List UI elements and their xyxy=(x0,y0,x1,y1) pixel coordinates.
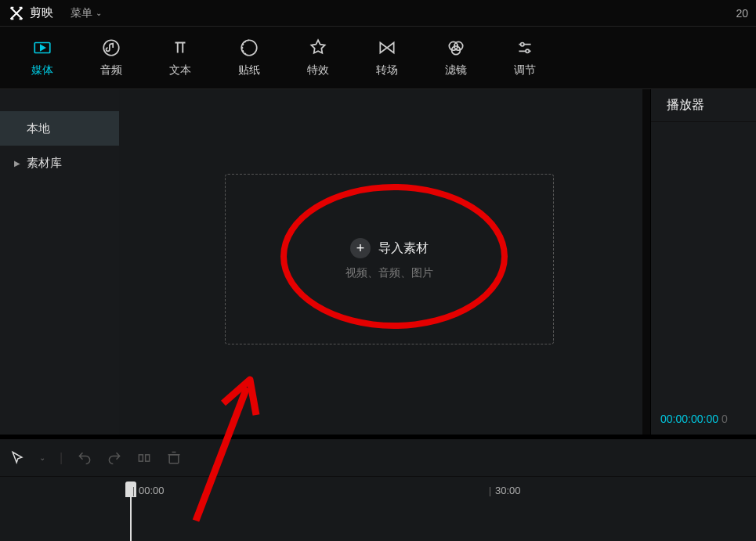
filter-icon xyxy=(446,38,466,57)
tab-label: 滤镜 xyxy=(445,63,467,78)
content-area: + 导入素材 视频、音频、图片 xyxy=(119,89,642,435)
media-icon xyxy=(32,38,52,57)
transition-icon xyxy=(377,38,397,57)
toolbar-tabs: 媒体 音频 文本 贴纸 特效 xyxy=(8,31,559,85)
title-right-text: 20 xyxy=(736,7,748,20)
svg-rect-9 xyxy=(146,454,150,460)
import-dropzone[interactable]: + 导入素材 视频、音频、图片 xyxy=(225,174,554,344)
app-title: 剪映 xyxy=(30,5,53,20)
separator: | xyxy=(60,451,63,465)
tab-transition[interactable]: 转场 xyxy=(353,31,421,85)
timecode-current: 00:00:00:00 xyxy=(660,413,718,425)
sidebar-item-label: 素材库 xyxy=(27,156,62,171)
svg-point-7 xyxy=(526,49,529,52)
sidebar-item-local[interactable]: 本地 xyxy=(0,111,119,146)
player-title: 播放器 xyxy=(651,89,756,122)
sidebar-item-library[interactable]: ▶ 素材库 xyxy=(0,146,119,180)
plus-icon: + xyxy=(350,238,371,258)
split-button[interactable] xyxy=(136,450,152,466)
delete-button[interactable] xyxy=(166,450,182,466)
svg-point-2 xyxy=(241,40,257,56)
tab-label: 特效 xyxy=(307,63,329,78)
undo-button[interactable] xyxy=(77,450,92,466)
sidebar-item-label: 本地 xyxy=(27,121,50,136)
player-timecode: 00:00:00:00 0 xyxy=(651,403,756,435)
tab-adjust[interactable]: 调节 xyxy=(490,31,559,85)
cursor-mode-dropdown[interactable]: ⌄ xyxy=(39,453,45,462)
menu-button[interactable]: 菜单 ⌄ xyxy=(71,6,102,20)
tab-media[interactable]: 媒体 xyxy=(8,31,77,85)
adjust-icon xyxy=(515,38,535,57)
player-panel: 播放器 00:00:00:00 0 xyxy=(650,89,756,435)
dropzone-title: 导入素材 xyxy=(378,240,429,257)
tab-filter[interactable]: 滤镜 xyxy=(421,31,490,85)
tab-audio[interactable]: 音频 xyxy=(77,31,146,85)
effect-icon xyxy=(308,38,328,57)
audio-icon xyxy=(101,38,121,57)
chevron-down-icon: ⌄ xyxy=(96,9,102,17)
ruler-tick: 30:00 xyxy=(490,485,521,496)
tab-sticker[interactable]: 贴纸 xyxy=(215,31,284,85)
timeline-ruler[interactable]: 00:00 30:00 xyxy=(125,485,756,513)
redo-button[interactable] xyxy=(107,450,122,466)
timeline: ⌄ | 00:00 30:00 xyxy=(0,435,756,541)
svg-point-1 xyxy=(103,40,119,56)
tab-label: 媒体 xyxy=(31,63,53,78)
dropzone-subtitle: 视频、音频、图片 xyxy=(345,266,433,280)
menu-label: 菜单 xyxy=(71,6,92,20)
cursor-tool[interactable] xyxy=(9,450,25,466)
tab-label: 转场 xyxy=(376,63,398,78)
tab-effect[interactable]: 特效 xyxy=(284,31,353,85)
tab-label: 音频 xyxy=(100,63,122,78)
svg-point-6 xyxy=(521,42,524,45)
svg-rect-8 xyxy=(139,454,143,460)
tab-label: 贴纸 xyxy=(238,63,260,78)
tab-label: 调节 xyxy=(514,63,536,78)
tab-label: 文本 xyxy=(169,63,191,78)
triangle-right-icon: ▶ xyxy=(14,159,22,168)
player-viewport xyxy=(651,122,756,403)
app-logo: 剪映 xyxy=(8,5,53,22)
sticker-icon xyxy=(239,38,259,57)
text-icon xyxy=(170,38,190,57)
tab-text[interactable]: 文本 xyxy=(146,31,215,85)
sidebar: 本地 ▶ 素材库 xyxy=(0,89,119,435)
ruler-tick: 00:00 xyxy=(133,485,165,496)
timecode-total: 0 xyxy=(722,413,728,425)
svg-rect-10 xyxy=(169,454,179,463)
